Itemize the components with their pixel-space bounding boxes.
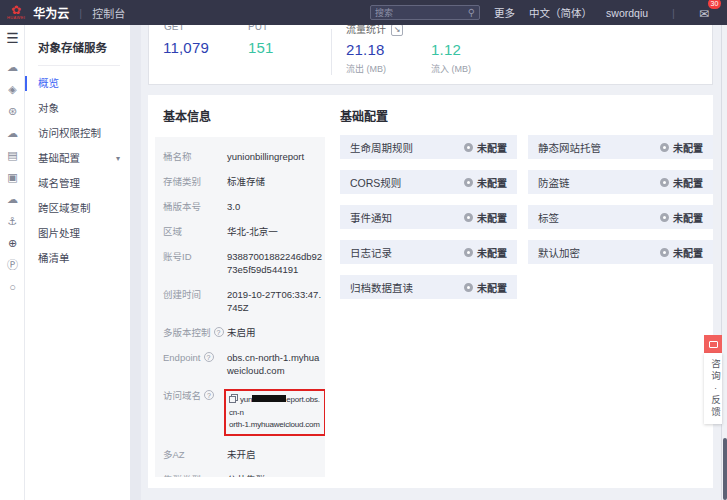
- status-badge: 未配置: [673, 245, 703, 260]
- info-label: 集群类型: [163, 473, 227, 477]
- cloud-download-icon[interactable]: ☁: [0, 188, 25, 210]
- search-icon[interactable]: ⚲: [468, 7, 475, 18]
- help-icon[interactable]: ?: [204, 352, 214, 362]
- search-box[interactable]: ⚲: [370, 5, 480, 20]
- search-input[interactable]: [375, 8, 468, 18]
- info-row-endpoint: Endpoint? obs.cn-north-1.myhuaweicloud.c…: [163, 351, 325, 377]
- status-badge: 未配置: [477, 210, 507, 225]
- sidebar-item-permissions[interactable]: 访问权限控制: [25, 121, 130, 146]
- overview-card: 基本信息 基础配置 桶名称 yunionbillingreport 存储类别 标…: [148, 95, 713, 488]
- sidebar-item-objects[interactable]: 对象: [25, 96, 130, 121]
- traffic-in-value: 1.12: [431, 41, 461, 58]
- sidebar: 对象存储服务 概览 对象 访问权限控制 基础配置 ▾ 域名管理 跨区域复制 图片…: [25, 25, 130, 500]
- network-icon[interactable]: ⊛: [0, 100, 25, 122]
- sidebar-scroll-gutter[interactable]: [130, 25, 141, 500]
- config-card-default-encryption[interactable]: 默认加密 未配置: [528, 240, 713, 264]
- brand-name[interactable]: 华为云: [33, 4, 69, 21]
- stats-card: GET 11,079 PUT 151 流量统计↘ 21.18 流出 (MB) 1…: [148, 25, 713, 85]
- nav-separator-2: |: [672, 7, 675, 19]
- info-label: 创建时间: [163, 288, 227, 314]
- messages-button[interactable]: ✉ 30: [699, 4, 717, 22]
- config-card-label: 防盗链: [538, 175, 660, 190]
- window-scrollbar[interactable]: [721, 25, 727, 500]
- help-icon[interactable]: ?: [204, 390, 214, 400]
- config-card-event-notification[interactable]: 事件通知 未配置: [340, 205, 517, 229]
- config-card-lifecycle[interactable]: 生命周期规则 未配置: [340, 135, 517, 159]
- language-switcher[interactable]: 中文（简体）: [529, 5, 592, 20]
- config-card-label: 事件通知: [350, 210, 464, 225]
- status-dot-icon: [660, 143, 669, 152]
- help-icon[interactable]: ?: [214, 327, 224, 337]
- config-card-label: CORS规则: [350, 175, 464, 190]
- info-label: 多版本控制?: [163, 326, 227, 339]
- console-link[interactable]: 控制台: [92, 5, 125, 21]
- config-card-cors[interactable]: CORS规则 未配置: [340, 170, 517, 194]
- basic-info-box: 桶名称 yunionbillingreport 存储类别 标准存储 桶版本号 3…: [155, 137, 325, 477]
- domain-line2: orth-1.myhuaweicloud.com: [229, 420, 320, 429]
- info-value: 标准存储: [227, 175, 323, 188]
- feedback-label[interactable]: 咨询·反馈: [704, 353, 722, 424]
- traffic-out-label: 流出 (MB): [346, 62, 386, 75]
- info-value: 2019-10-27T06:33:47.745Z: [227, 288, 323, 314]
- document-icon[interactable]: ▤: [0, 144, 25, 166]
- info-label: Endpoint?: [163, 351, 227, 377]
- cloud-service-icon[interactable]: ☁: [0, 56, 25, 78]
- parking-icon[interactable]: Ⓟ: [0, 254, 25, 276]
- chevron-down-icon[interactable]: ▾: [116, 146, 120, 171]
- top-navbar: ✿ HUAWEI 华为云 | 控制台 ⚲ 更多 中文（简体） swordqiu …: [0, 0, 727, 25]
- huawei-flower-icon: ✿: [11, 5, 21, 15]
- config-card-archive-direct-read[interactable]: 归档数据直读 未配置: [340, 275, 517, 299]
- config-card-static-website[interactable]: 静态网站托管 未配置: [528, 135, 713, 159]
- config-column-left: 生命周期规则 未配置 CORS规则 未配置 事件通知 未配置 日志记录 未配置 …: [340, 135, 517, 310]
- circle-icon[interactable]: ○: [0, 276, 25, 298]
- sidebar-item-overview[interactable]: 概览: [25, 71, 130, 96]
- status-dot-icon: [464, 248, 473, 257]
- username[interactable]: swordqiu: [606, 7, 648, 19]
- user-group-icon[interactable]: ◈: [0, 78, 25, 100]
- huawei-logo-text: HUAWEI: [7, 16, 25, 20]
- hamburger-menu-icon[interactable]: ☰: [0, 30, 25, 46]
- more-menu[interactable]: 更多: [494, 5, 515, 20]
- info-row-bucket-version: 桶版本号 3.0: [163, 200, 325, 213]
- sidebar-title: 对象存储服务: [25, 25, 130, 55]
- sidebar-item-cross-region[interactable]: 跨区域复制: [25, 196, 130, 221]
- cloud-storage-icon[interactable]: ☁: [0, 122, 25, 144]
- status-dot-icon: [660, 248, 669, 257]
- info-row-bucket-name: 桶名称 yunionbillingreport: [163, 150, 325, 163]
- expand-icon[interactable]: ↘: [391, 25, 403, 36]
- sidebar-item-bucket-inventory[interactable]: 桶清单: [25, 246, 130, 271]
- app-root: ✿ HUAWEI 华为云 | 控制台 ⚲ 更多 中文（简体） swordqiu …: [0, 0, 727, 500]
- config-card-label: 静态网站托管: [538, 140, 660, 155]
- sidebar-item-image-processing[interactable]: 图片处理: [25, 221, 130, 246]
- info-label: 桶名称: [163, 150, 227, 163]
- status-badge: 未配置: [673, 140, 703, 155]
- basic-info-title: 基本信息: [163, 107, 211, 124]
- info-value: 华北-北京一: [227, 225, 323, 238]
- anchor-icon[interactable]: ⚓: [0, 210, 25, 232]
- feedback-chat-icon[interactable]: [704, 335, 722, 353]
- traffic-out-value: 21.18: [346, 41, 385, 58]
- status-badge: 未配置: [477, 140, 507, 155]
- config-card-label: 生命周期规则: [350, 140, 464, 155]
- status-dot-icon: [464, 213, 473, 222]
- config-card-tags[interactable]: 标签 未配置: [528, 205, 713, 229]
- put-label: PUT: [248, 25, 268, 32]
- globe-icon[interactable]: ⊕: [0, 232, 25, 254]
- config-card-label: 归档数据直读: [350, 280, 464, 295]
- status-dot-icon: [464, 143, 473, 152]
- image-service-icon[interactable]: ▣: [0, 166, 25, 188]
- info-label: 账号ID: [163, 250, 227, 276]
- status-badge: 未配置: [673, 210, 703, 225]
- config-card-hotlink-protection[interactable]: 防盗链 未配置: [528, 170, 713, 194]
- status-badge: 未配置: [477, 280, 507, 295]
- huawei-logo[interactable]: ✿ HUAWEI: [7, 5, 25, 20]
- info-row-storage-class: 存储类别 标准存储: [163, 175, 325, 188]
- sidebar-item-domain-mgmt[interactable]: 域名管理: [25, 171, 130, 196]
- sidebar-item-basic-config[interactable]: 基础配置 ▾: [25, 146, 130, 171]
- info-label: 区域: [163, 225, 227, 238]
- copy-icon[interactable]: [229, 394, 238, 407]
- feedback-tab[interactable]: 咨询·反馈: [704, 335, 722, 424]
- info-label-text: Endpoint: [163, 352, 201, 363]
- scrollbar-thumb[interactable]: [723, 438, 727, 500]
- config-card-logging[interactable]: 日志记录 未配置: [340, 240, 517, 264]
